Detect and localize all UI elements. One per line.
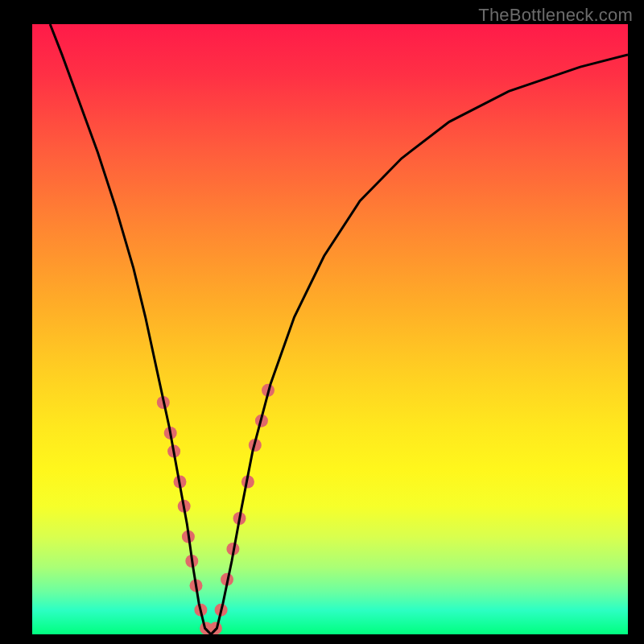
bottleneck-curve (50, 24, 628, 634)
curve-svg (32, 24, 628, 634)
plot-area (32, 24, 628, 634)
data-markers (157, 384, 275, 634)
chart-frame: TheBottleneck.com (0, 0, 644, 644)
watermark-text: TheBottleneck.com (478, 5, 633, 26)
